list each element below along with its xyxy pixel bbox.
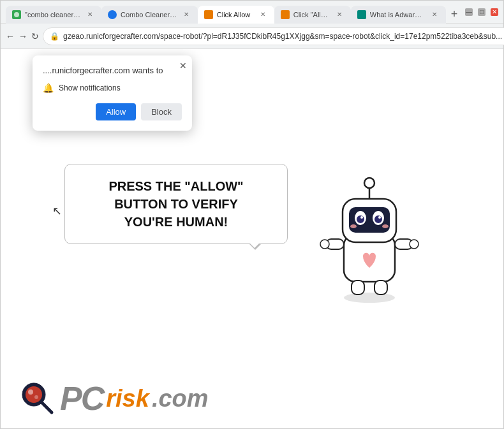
tab-strip: "combo cleaner" - ... ✕ Combo Cleaner Pr…: [6, 1, 463, 24]
block-button[interactable]: Block: [141, 103, 182, 120]
speech-bubble-wrapper: ↖ PRESS THE "ALLOW" BUTTON TO VERIFY YOU…: [64, 164, 288, 244]
url-text: gzeao.runicforgecrafter.com/space-robot/…: [63, 32, 502, 41]
bell-icon: 🔔: [43, 83, 54, 93]
svg-point-5: [364, 178, 374, 188]
forward-button[interactable]: →: [19, 27, 27, 45]
svg-point-19: [320, 240, 329, 249]
maximize-button[interactable]: □: [478, 8, 485, 16]
pcrisk-text-logo: PC risk .com: [60, 382, 209, 415]
svg-rect-17: [352, 280, 364, 294]
svg-point-22: [26, 386, 42, 403]
svg-point-0: [14, 12, 19, 17]
allow-button[interactable]: Allow: [96, 103, 136, 120]
tab2-close[interactable]: ✕: [181, 10, 191, 20]
page-content: ✕ ....runicforgecrafter.com wants to 🔔 S…: [1, 49, 503, 428]
tab-1[interactable]: "combo cleaner" - ... ✕: [6, 6, 101, 24]
tab5-label: What is Adware Vi...: [370, 11, 426, 18]
close-button[interactable]: ✕: [491, 8, 498, 16]
tab3-label: Click Allow: [217, 11, 254, 18]
svg-point-24: [34, 395, 38, 399]
svg-point-10: [374, 215, 382, 223]
url-bar[interactable]: 🔒 gzeao.runicforgecrafter.com/space-robo…: [43, 27, 504, 45]
speech-bubble: ↖ PRESS THE "ALLOW" BUTTON TO VERIFY YOU…: [64, 164, 288, 244]
secure-icon: 🔒: [50, 32, 59, 41]
cursor-arrow: ↖: [52, 204, 62, 218]
back-button[interactable]: ←: [6, 27, 15, 45]
tab-4[interactable]: Click "Allow" ✕: [274, 6, 351, 24]
tab4-label: Click "Allow": [293, 11, 330, 18]
svg-point-23: [28, 389, 33, 395]
page-message: PRESS THE "ALLOW" BUTTON TO VERIFY YOU'R…: [84, 177, 268, 231]
svg-point-11: [360, 216, 363, 219]
tab4-close[interactable]: ✕: [334, 10, 345, 20]
robot-svg: [312, 164, 427, 304]
tab3-close[interactable]: ✕: [258, 10, 268, 20]
pcrisk-logo-icon: [20, 381, 55, 416]
footer-branding: PC risk .com: [20, 381, 209, 416]
message-line1: PRESS THE "ALLOW" BUTTON TO VERIFY: [108, 179, 243, 211]
svg-point-9: [357, 215, 364, 223]
popup-notification-row: 🔔 Show notifications: [43, 83, 182, 93]
tab-5[interactable]: What is Adware Vi... ✕: [351, 6, 446, 24]
popup-close-button[interactable]: ✕: [179, 61, 187, 71]
message-line2: YOU'RE HUMAN!: [124, 215, 228, 229]
svg-rect-18: [374, 280, 387, 294]
svg-point-1: [344, 293, 395, 303]
logo-pc-text: PC: [60, 382, 103, 415]
notification-popup: ✕ ....runicforgecrafter.com wants to 🔔 S…: [33, 55, 192, 131]
title-bar: "combo cleaner" - ... ✕ Combo Cleaner Pr…: [1, 1, 503, 24]
tab1-close[interactable]: ✕: [85, 10, 95, 20]
tab3-favicon: [204, 10, 213, 19]
new-tab-button[interactable]: +: [446, 6, 463, 24]
tab2-favicon: [108, 10, 117, 19]
window-controls: — □ ✕: [465, 8, 498, 16]
popup-title: ....runicforgecrafter.com wants to: [43, 66, 182, 75]
reload-button[interactable]: ↻: [31, 27, 39, 45]
address-bar: ← → ↻ 🔒 gzeao.runicforgecrafter.com/spac…: [1, 24, 503, 49]
browser-window: "combo cleaner" - ... ✕ Combo Cleaner Pr…: [0, 0, 504, 429]
logo-dotcom-text: .com: [152, 386, 209, 411]
tab5-favicon: [357, 10, 366, 19]
svg-point-12: [378, 216, 381, 219]
popup-notification-text: Show notifications: [59, 84, 121, 92]
tab4-favicon: [281, 10, 290, 19]
minimize-button[interactable]: —: [465, 8, 473, 16]
tab1-favicon: [12, 10, 21, 19]
tab1-label: "combo cleaner" - ...: [25, 11, 81, 18]
popup-buttons: Allow Block: [43, 103, 182, 120]
tab5-close[interactable]: ✕: [429, 10, 440, 20]
svg-point-14: [382, 224, 389, 228]
logo-risk-text: risk: [106, 386, 149, 411]
svg-point-20: [410, 240, 419, 249]
tab2-label: Combo Cleaner Pr...: [121, 11, 177, 18]
svg-line-25: [42, 403, 52, 412]
tab-3[interactable]: Click Allow ✕: [198, 6, 274, 24]
robot-character: [312, 164, 427, 307]
tab-2[interactable]: Combo Cleaner Pr... ✕: [101, 6, 198, 24]
svg-point-13: [350, 224, 357, 228]
